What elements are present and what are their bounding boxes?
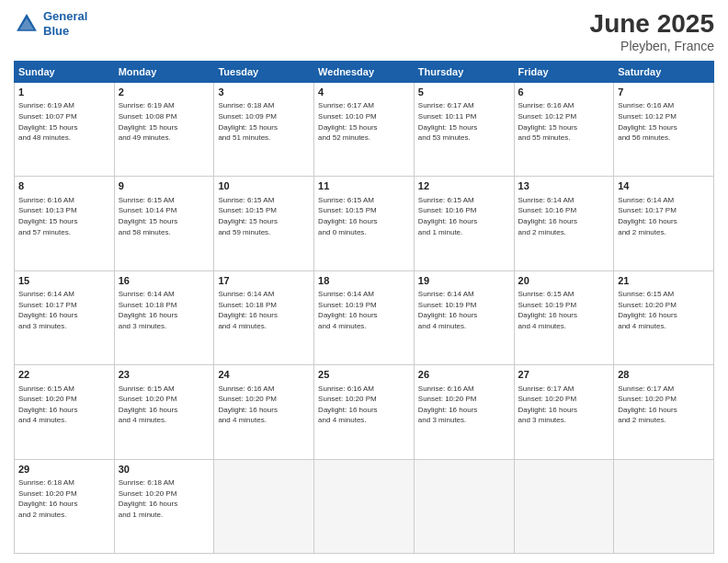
day-info: Sunrise: 6:16 AM Sunset: 10:13 PM Daylig… <box>18 195 110 237</box>
day-info: Sunrise: 6:15 AM Sunset: 10:16 PM Daylig… <box>418 195 510 237</box>
calendar-table: SundayMondayTuesdayWednesdayThursdayFrid… <box>14 61 714 554</box>
day-number: 26 <box>418 368 510 382</box>
day-info: Sunrise: 6:16 AM Sunset: 10:20 PM Daylig… <box>318 384 410 426</box>
calendar-cell: 9Sunrise: 6:15 AM Sunset: 10:14 PM Dayli… <box>114 177 214 270</box>
logo-line2: Blue <box>43 24 69 38</box>
sub-title: Pleyben, France <box>590 39 714 53</box>
calendar-cell: 3Sunrise: 6:18 AM Sunset: 10:09 PM Dayli… <box>214 83 314 177</box>
day-info: Sunrise: 6:14 AM Sunset: 10:16 PM Daylig… <box>518 195 610 237</box>
calendar-cell: 4Sunrise: 6:17 AM Sunset: 10:10 PM Dayli… <box>314 83 415 177</box>
day-number: 10 <box>218 179 310 193</box>
day-info: Sunrise: 6:16 AM Sunset: 10:12 PM Daylig… <box>618 100 710 143</box>
header: General Blue June 2025 Pleyben, France <box>14 9 714 53</box>
day-info: Sunrise: 6:14 AM Sunset: 10:17 PM Daylig… <box>618 195 710 237</box>
calendar-cell: 11Sunrise: 6:15 AM Sunset: 10:15 PM Dayl… <box>314 177 415 270</box>
calendar-cell: 27Sunrise: 6:17 AM Sunset: 10:20 PM Dayl… <box>514 365 614 459</box>
day-number: 19 <box>418 274 510 288</box>
day-number: 28 <box>618 368 710 382</box>
day-number: 27 <box>518 368 610 382</box>
calendar-cell: 16Sunrise: 6:14 AM Sunset: 10:18 PM Dayl… <box>114 270 214 364</box>
calendar-cell: 26Sunrise: 6:16 AM Sunset: 10:20 PM Dayl… <box>414 365 514 459</box>
day-info: Sunrise: 6:16 AM Sunset: 10:20 PM Daylig… <box>418 384 510 426</box>
day-number: 16 <box>119 274 210 288</box>
day-number: 5 <box>418 86 510 99</box>
calendar-cell: 17Sunrise: 6:14 AM Sunset: 10:18 PM Dayl… <box>214 270 314 364</box>
calendar-week-2: 8Sunrise: 6:16 AM Sunset: 10:13 PM Dayli… <box>15 177 714 270</box>
col-header-thursday: Thursday <box>414 62 514 83</box>
calendar-cell: 12Sunrise: 6:15 AM Sunset: 10:16 PM Dayl… <box>414 177 514 270</box>
day-number: 25 <box>318 368 410 382</box>
day-info: Sunrise: 6:18 AM Sunset: 10:20 PM Daylig… <box>18 477 110 520</box>
main-title: June 2025 <box>590 9 714 39</box>
day-info: Sunrise: 6:18 AM Sunset: 10:20 PM Daylig… <box>119 477 210 520</box>
calendar-cell: 20Sunrise: 6:15 AM Sunset: 10:19 PM Dayl… <box>514 270 614 364</box>
day-info: Sunrise: 6:15 AM Sunset: 10:14 PM Daylig… <box>119 195 210 237</box>
day-info: Sunrise: 6:18 AM Sunset: 10:09 PM Daylig… <box>218 100 310 143</box>
day-number: 7 <box>618 86 710 99</box>
col-header-friday: Friday <box>514 62 614 83</box>
day-info: Sunrise: 6:16 AM Sunset: 10:20 PM Daylig… <box>218 384 310 426</box>
calendar-cell <box>414 459 514 553</box>
logo: General Blue <box>14 9 87 38</box>
col-header-tuesday: Tuesday <box>214 62 314 83</box>
day-info: Sunrise: 6:16 AM Sunset: 10:12 PM Daylig… <box>518 100 610 143</box>
calendar-cell: 6Sunrise: 6:16 AM Sunset: 10:12 PM Dayli… <box>514 83 614 177</box>
day-number: 1 <box>18 86 110 99</box>
page: General Blue June 2025 Pleyben, France S… <box>0 0 728 563</box>
day-number: 12 <box>418 179 510 193</box>
day-info: Sunrise: 6:14 AM Sunset: 10:17 PM Daylig… <box>18 289 110 331</box>
calendar-cell: 24Sunrise: 6:16 AM Sunset: 10:20 PM Dayl… <box>214 365 314 459</box>
day-info: Sunrise: 6:17 AM Sunset: 10:20 PM Daylig… <box>518 384 610 426</box>
day-number: 8 <box>18 179 110 193</box>
day-number: 4 <box>318 86 410 99</box>
day-info: Sunrise: 6:17 AM Sunset: 10:20 PM Daylig… <box>618 384 710 426</box>
day-info: Sunrise: 6:14 AM Sunset: 10:19 PM Daylig… <box>418 289 510 331</box>
day-info: Sunrise: 6:15 AM Sunset: 10:15 PM Daylig… <box>218 195 310 237</box>
day-number: 6 <box>518 86 610 99</box>
day-info: Sunrise: 6:17 AM Sunset: 10:11 PM Daylig… <box>418 100 510 143</box>
calendar-cell: 25Sunrise: 6:16 AM Sunset: 10:20 PM Dayl… <box>314 365 415 459</box>
day-info: Sunrise: 6:14 AM Sunset: 10:19 PM Daylig… <box>318 289 410 331</box>
day-number: 2 <box>119 86 210 99</box>
day-number: 22 <box>18 368 110 382</box>
calendar-cell: 7Sunrise: 6:16 AM Sunset: 10:12 PM Dayli… <box>614 83 714 177</box>
day-number: 24 <box>218 368 310 382</box>
day-info: Sunrise: 6:19 AM Sunset: 10:08 PM Daylig… <box>119 100 210 143</box>
calendar-header-row: SundayMondayTuesdayWednesdayThursdayFrid… <box>15 62 714 83</box>
calendar-cell: 22Sunrise: 6:15 AM Sunset: 10:20 PM Dayl… <box>15 365 115 459</box>
day-number: 29 <box>18 463 110 477</box>
calendar-week-5: 29Sunrise: 6:18 AM Sunset: 10:20 PM Dayl… <box>15 459 714 553</box>
day-number: 18 <box>318 274 410 288</box>
day-number: 3 <box>218 86 310 99</box>
calendar-week-3: 15Sunrise: 6:14 AM Sunset: 10:17 PM Dayl… <box>15 270 714 364</box>
calendar-cell: 18Sunrise: 6:14 AM Sunset: 10:19 PM Dayl… <box>314 270 415 364</box>
day-info: Sunrise: 6:15 AM Sunset: 10:20 PM Daylig… <box>18 384 110 426</box>
day-info: Sunrise: 6:17 AM Sunset: 10:10 PM Daylig… <box>318 100 410 143</box>
day-info: Sunrise: 6:14 AM Sunset: 10:18 PM Daylig… <box>218 289 310 331</box>
calendar-cell: 1Sunrise: 6:19 AM Sunset: 10:07 PM Dayli… <box>15 83 115 177</box>
calendar-cell: 21Sunrise: 6:15 AM Sunset: 10:20 PM Dayl… <box>614 270 714 364</box>
day-number: 15 <box>18 274 110 288</box>
day-info: Sunrise: 6:15 AM Sunset: 10:19 PM Daylig… <box>518 289 610 331</box>
calendar-cell: 5Sunrise: 6:17 AM Sunset: 10:11 PM Dayli… <box>414 83 514 177</box>
title-area: June 2025 Pleyben, France <box>590 9 714 53</box>
calendar-cell: 8Sunrise: 6:16 AM Sunset: 10:13 PM Dayli… <box>15 177 115 270</box>
calendar-cell: 13Sunrise: 6:14 AM Sunset: 10:16 PM Dayl… <box>514 177 614 270</box>
calendar-cell: 23Sunrise: 6:15 AM Sunset: 10:20 PM Dayl… <box>114 365 214 459</box>
calendar-cell: 30Sunrise: 6:18 AM Sunset: 10:20 PM Dayl… <box>114 459 214 553</box>
calendar-cell <box>614 459 714 553</box>
day-number: 20 <box>518 274 610 288</box>
logo-icon <box>14 11 40 37</box>
day-info: Sunrise: 6:15 AM Sunset: 10:15 PM Daylig… <box>318 195 410 237</box>
day-number: 14 <box>618 179 710 193</box>
day-info: Sunrise: 6:15 AM Sunset: 10:20 PM Daylig… <box>618 289 710 331</box>
day-info: Sunrise: 6:15 AM Sunset: 10:20 PM Daylig… <box>119 384 210 426</box>
logo-text: General Blue <box>43 9 87 38</box>
col-header-sunday: Sunday <box>15 62 115 83</box>
day-info: Sunrise: 6:14 AM Sunset: 10:18 PM Daylig… <box>119 289 210 331</box>
calendar-week-4: 22Sunrise: 6:15 AM Sunset: 10:20 PM Dayl… <box>15 365 714 459</box>
calendar-cell <box>514 459 614 553</box>
day-number: 23 <box>119 368 210 382</box>
day-info: Sunrise: 6:19 AM Sunset: 10:07 PM Daylig… <box>18 100 110 143</box>
day-number: 13 <box>518 179 610 193</box>
